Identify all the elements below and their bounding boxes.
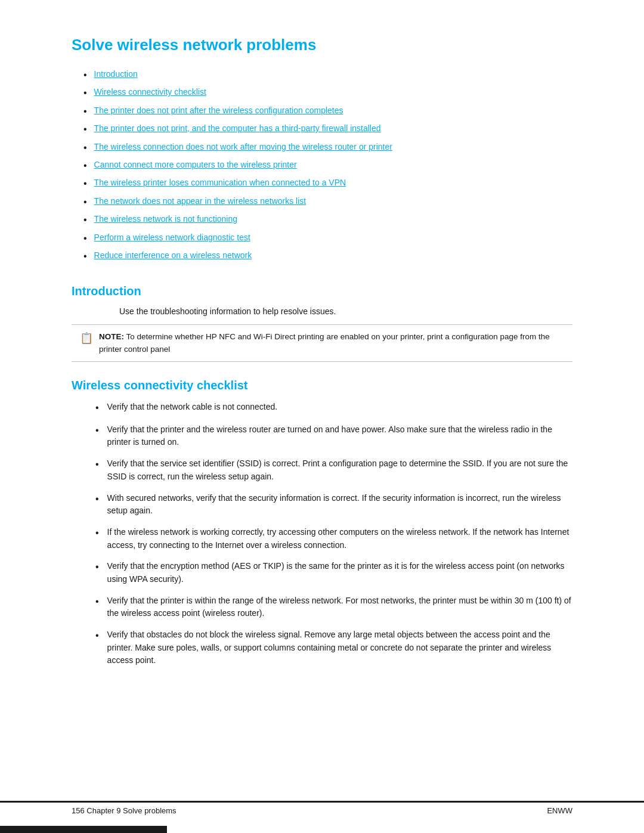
footer-right: ENWW (547, 803, 572, 815)
toc-link-interference[interactable]: Reduce interference on a wireless networ… (94, 250, 252, 262)
checklist-item-3: Verify that the service set identifier (… (95, 457, 572, 483)
toc-item-3: The printer does not print after the wir… (83, 105, 572, 118)
toc-item-8: The network does not appear in the wirel… (83, 196, 572, 209)
toc-item-2: Wireless connectivity checklist (83, 86, 572, 100)
checklist-item-5: If the wireless network is working corre… (95, 526, 572, 552)
checklist-list: Verify that the network cable is not con… (72, 401, 572, 667)
checklist-item-4: With secured networks, verify that the s… (95, 492, 572, 518)
note-content: NOTE: To determine whether HP NFC and Wi… (99, 331, 564, 355)
toc-item-10: Perform a wireless network diagnostic te… (83, 232, 572, 245)
introduction-text: Use the troubleshooting information to h… (72, 306, 572, 316)
checklist-item-5-text: If the wireless network is working corre… (107, 526, 572, 552)
toc-item-7: The wireless printer loses communication… (83, 177, 572, 190)
toc-item-5: The wireless connection does not work af… (83, 141, 572, 154)
checklist-item-4-text: With secured networks, verify that the s… (107, 492, 572, 518)
toc-list: Introduction Wireless connectivity check… (72, 69, 572, 263)
checklist-item-7: Verify that the printer is within the ra… (95, 594, 572, 620)
toc-item-11: Reduce interference on a wireless networ… (83, 250, 572, 263)
toc-link-firewall[interactable]: The printer does not print, and the comp… (94, 123, 381, 135)
note-text: To determine whether HP NFC and Wi-Fi Di… (99, 332, 550, 353)
note-icon: 📋 (80, 332, 93, 345)
toc-link-no-network[interactable]: The network does not appear in the wirel… (94, 196, 306, 208)
checklist-item-7-text: Verify that the printer is within the ra… (107, 594, 572, 620)
toc-item-9: The wireless network is not functioning (83, 213, 572, 227)
footer-bar (0, 826, 167, 833)
toc-link-vpn[interactable]: The wireless printer loses communication… (94, 177, 346, 189)
checklist-item-8: Verify that obstacles do not block the w… (95, 628, 572, 667)
checklist-item-2: Verify that the printer and the wireless… (95, 423, 572, 449)
note-box: 📋 NOTE: To determine whether HP NFC and … (72, 324, 572, 362)
checklist-heading: Wireless connectivity checklist (72, 379, 572, 392)
page-container: Solve wireless network problems Introduc… (0, 0, 644, 727)
checklist-item-6: Verify that the encryption method (AES o… (95, 560, 572, 586)
toc-link-diagnostic[interactable]: Perform a wireless network diagnostic te… (94, 232, 250, 244)
checklist-item-1: Verify that the network cable is not con… (95, 401, 572, 415)
checklist-item-3-text: Verify that the service set identifier (… (107, 457, 572, 483)
checklist-item-1-text: Verify that the network cable is not con… (107, 401, 278, 414)
toc-link-no-print[interactable]: The printer does not print after the wir… (94, 105, 343, 117)
toc-link-checklist[interactable]: Wireless connectivity checklist (94, 86, 206, 98)
checklist-item-6-text: Verify that the encryption method (AES o… (107, 560, 572, 586)
footer-left: 156 Chapter 9 Solve problems (72, 803, 177, 815)
checklist-item-8-text: Verify that obstacles do not block the w… (107, 628, 572, 667)
toc-link-moved[interactable]: The wireless connection does not work af… (94, 141, 392, 153)
page-title: Solve wireless network problems (72, 36, 572, 54)
toc-link-not-functioning[interactable]: The wireless network is not functioning (94, 213, 237, 225)
toc-item-4: The printer does not print, and the comp… (83, 123, 572, 136)
toc-item-1: Introduction (83, 69, 572, 82)
toc-link-more-computers[interactable]: Cannot connect more computers to the wir… (94, 159, 297, 171)
toc-link-introduction[interactable]: Introduction (94, 69, 138, 80)
checklist-item-2-text: Verify that the printer and the wireless… (107, 423, 572, 449)
introduction-heading: Introduction (72, 284, 572, 298)
note-label: NOTE: (99, 332, 124, 341)
page-footer: 156 Chapter 9 Solve problems ENWW (0, 801, 644, 815)
toc-item-6: Cannot connect more computers to the wir… (83, 159, 572, 172)
